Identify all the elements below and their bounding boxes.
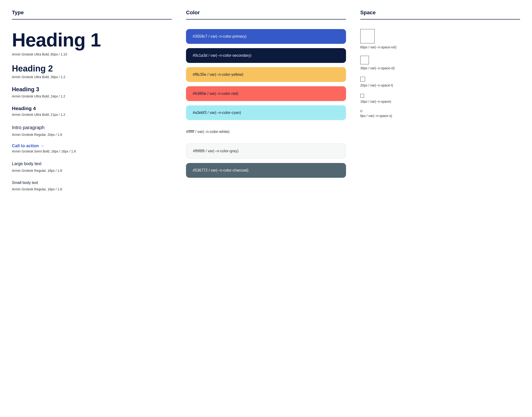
space-column: Space 60px / var(--n-space-xxl) 36px / v… — [360, 10, 520, 198]
large-body-label: Large body text Armin Grotesk Regular, 1… — [12, 160, 172, 173]
space-label-xl: 36px / var(--n-space-xl) — [360, 66, 520, 70]
small-body-sample: Small body text — [12, 180, 172, 186]
color-chip-yellow: #f8c35e / var(--n-color-yellow) — [186, 67, 346, 82]
space-box-wrap-m — [360, 94, 520, 98]
space-item-l: 20px / var(--n-space-l) — [360, 77, 520, 87]
heading3-sample: Heading 3 — [12, 86, 172, 93]
space-label-m: 16px / var(--n-space) — [360, 100, 520, 104]
space-column-header: Space — [360, 10, 520, 20]
space-box-xl — [360, 56, 369, 64]
heading4-meta: Armin Grotesk Ultra Bold, 21px / 1.2 — [12, 113, 172, 116]
cta-sample: Call to action → — [12, 144, 172, 148]
color-column: Color #3559c7 / var(--n-color-primary) #… — [186, 10, 346, 198]
color-chip-charcoal: #536772 / var(--n-color-charcoal) — [186, 163, 346, 178]
space-item-s: 8px / var(--n-space-s) — [360, 110, 520, 118]
color-chip-cyan: #a3ebf3 / var(--n-color-cyan) — [186, 105, 346, 120]
large-body-sample: Large body text — [12, 160, 172, 167]
heading4-sample: Heading 4 — [12, 105, 172, 111]
small-body-meta: Armin Grotesk Regular, 16px / 1.6 — [12, 187, 172, 191]
space-box-l — [360, 77, 365, 82]
space-box-wrap-xxl — [360, 29, 520, 43]
main-layout: Type Heading 1 Armin Grotesk Ultra Bold,… — [12, 10, 520, 198]
space-item-xl: 36px / var(--n-space-xl) — [360, 56, 520, 70]
space-box-s — [360, 110, 362, 112]
heading1-sample: Heading 1 — [12, 29, 172, 51]
heading2-sample: Heading 2 — [12, 63, 172, 74]
color-column-header: Color — [186, 10, 346, 20]
space-box-m — [360, 94, 364, 98]
space-item-m: 16px / var(--n-space) — [360, 94, 520, 104]
space-label-l: 20px / var(--n-space-l) — [360, 83, 520, 87]
color-chip-primary: #3559c7 / var(--n-color-primary) — [186, 29, 346, 44]
color-chip-secondary: #0c1a3d / var(--n-color-secondary) — [186, 48, 346, 63]
space-box-wrap-l — [360, 77, 520, 82]
intro-sample: Intro paragraph — [12, 124, 172, 131]
intro-meta: Armin Grotesk Regular, 20px / 1.6 — [12, 133, 172, 136]
heading2-meta: Armin Grotesk Ultra Bold, 36px / 1.2 — [12, 75, 172, 79]
color-chip-white: #ffffff / var(--n-color-white) — [186, 124, 346, 139]
space-box-wrap-xl — [360, 56, 520, 64]
small-body-label: Small body text Armin Grotesk Regular, 1… — [12, 180, 172, 191]
space-box-xxl — [360, 29, 375, 43]
type-column-header: Type — [12, 10, 172, 20]
space-label-s: 8px / var(--n-space-s) — [360, 114, 520, 118]
large-body-meta: Armin Grotesk Regular, 18px / 1.6 — [12, 169, 172, 173]
heading1-meta: Armin Grotesk Ultra Bold, 80px / 1.15 — [12, 52, 172, 56]
cta-meta: Armin Grotesk Semi Bold, 18px / 16px / 1… — [12, 149, 172, 153]
space-label-xxl: 60px / var(--n-space-xxl) — [360, 45, 520, 49]
type-column: Type Heading 1 Armin Grotesk Ultra Bold,… — [12, 10, 172, 198]
color-chip-red: #fc685e / var(--n-color-red) — [186, 86, 346, 101]
space-item-xxl: 60px / var(--n-space-xxl) — [360, 29, 520, 49]
heading3-meta: Armin Grotesk Ultra Bold, 24px / 1.2 — [12, 94, 172, 98]
space-box-wrap-s — [360, 110, 520, 112]
color-chip-gray: #f6f8f8 / var(--n-color-gray) — [186, 144, 346, 159]
